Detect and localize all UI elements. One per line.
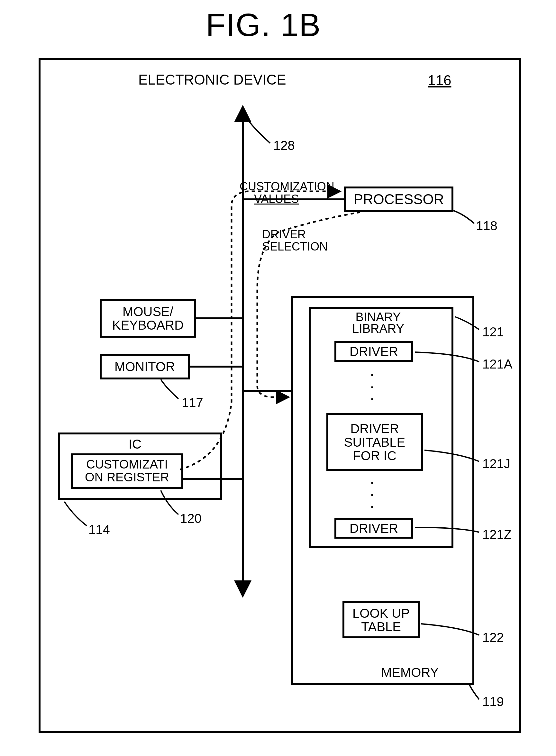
customization-register-label: CUSTOMIZATI ON REGISTER xyxy=(85,458,169,484)
driver-selection-label: DRIVER SELECTION xyxy=(262,228,328,253)
lookup-table-label: LOOK UP TABLE xyxy=(352,607,410,633)
processor-label: PROCESSOR xyxy=(353,192,444,207)
customization-values-line1: CUSTOMIZATION xyxy=(240,180,335,193)
figure-title: FIG. 1B xyxy=(206,6,321,43)
ref-121Z: 121Z xyxy=(482,527,512,542)
ref-119: 119 xyxy=(482,695,504,709)
driver-121a-label: DRIVER xyxy=(350,345,398,358)
electronic-device-label: ELECTRONIC DEVICE xyxy=(138,72,286,87)
mouse-keyboard-label: MOUSE/ KEYBOARD xyxy=(112,305,184,332)
ellipsis-2: ··· xyxy=(370,476,374,512)
monitor-box: MONITOR xyxy=(100,354,190,379)
ref-116: 116 xyxy=(428,72,451,89)
ref-117: 117 xyxy=(182,396,203,410)
monitor-label: MONITOR xyxy=(114,360,175,373)
ref-121A: 121A xyxy=(482,357,512,371)
lookup-table-box: LOOK UP TABLE xyxy=(343,601,420,638)
driver-121z-label: DRIVER xyxy=(350,522,398,535)
ref-121J: 121J xyxy=(482,457,510,471)
processor-box: PROCESSOR xyxy=(344,186,453,212)
ref-121: 121 xyxy=(482,325,504,339)
customization-register-box: CUSTOMIZATI ON REGISTER xyxy=(71,453,183,489)
ic-label: IC xyxy=(129,437,141,451)
ref-118: 118 xyxy=(476,219,497,233)
mouse-keyboard-box: MOUSE/ KEYBOARD xyxy=(100,299,196,338)
ref-128: 128 xyxy=(273,138,295,153)
binary-library-label: BINARY LIBRARY xyxy=(352,311,404,335)
ref-114: 114 xyxy=(89,522,110,537)
ellipsis-1: ··· xyxy=(370,368,374,405)
customization-values-label: CUSTOMIZATION xyxy=(240,181,335,192)
driver-121j-label: DRIVER SUITABLE FOR IC xyxy=(344,422,405,462)
driver-121j-box: DRIVER SUITABLE FOR IC xyxy=(326,413,423,471)
ref-122: 122 xyxy=(482,630,504,645)
driver-121z-box: DRIVER xyxy=(335,518,413,539)
driver-121a-box: DRIVER xyxy=(335,341,413,362)
memory-label: MEMORY xyxy=(381,666,439,679)
customization-values-label2: VALUES xyxy=(254,193,299,205)
ref-120: 120 xyxy=(180,511,202,526)
